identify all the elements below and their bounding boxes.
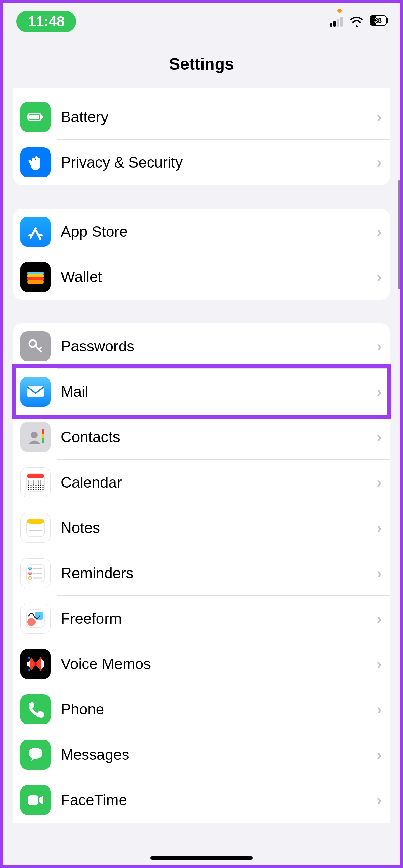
- svg-point-68: [30, 573, 31, 574]
- chevron-right-icon: ›: [377, 429, 382, 446]
- svg-point-53: [35, 489, 36, 490]
- wallet-icon: [20, 262, 51, 292]
- facetime-icon: [20, 785, 51, 815]
- svg-point-41: [40, 484, 41, 486]
- svg-point-71: [30, 577, 31, 578]
- scroll-indicator[interactable]: [398, 180, 400, 289]
- settings-row-unknown-top[interactable]: ›: [13, 88, 390, 94]
- status-right: 38: [330, 15, 387, 28]
- cellular-icon: [330, 16, 344, 27]
- chevron-right-icon: ›: [377, 383, 382, 400]
- chevron-right-icon: ›: [377, 610, 382, 627]
- svg-point-34: [40, 482, 41, 483]
- settings-row-label: Mail: [61, 383, 377, 400]
- chevron-right-icon: ›: [377, 154, 382, 171]
- svg-point-40: [38, 484, 39, 486]
- settings-row-freeform[interactable]: Freeform›: [13, 596, 390, 641]
- page-title: Settings: [169, 55, 234, 73]
- settings-group: ›Battery›Privacy & Security›: [13, 88, 390, 185]
- svg-point-30: [30, 482, 31, 483]
- settings-row-label: Passwords: [61, 338, 377, 355]
- settings-row-label: Wallet: [61, 269, 377, 286]
- svg-point-44: [30, 487, 31, 488]
- svg-point-33: [38, 482, 39, 483]
- svg-point-27: [40, 480, 41, 481]
- svg-point-50: [28, 489, 29, 490]
- svg-point-28: [42, 480, 43, 481]
- settings-row-voicememos[interactable]: Voice Memos›: [13, 641, 390, 686]
- status-time: 11:48: [16, 11, 76, 32]
- svg-point-75: [27, 618, 36, 626]
- settings-row-privacy[interactable]: Privacy & Security›: [13, 140, 390, 185]
- messages-icon: [20, 740, 51, 770]
- settings-row-messages[interactable]: Messages›: [13, 732, 390, 777]
- svg-point-32: [35, 482, 36, 483]
- svg-point-49: [42, 487, 43, 488]
- phone-icon: [20, 694, 51, 724]
- settings-row-label: Notes: [61, 519, 377, 536]
- svg-rect-19: [42, 438, 44, 443]
- svg-point-35: [42, 482, 43, 483]
- chevron-right-icon: ›: [377, 655, 382, 672]
- settings-row-label: Phone: [61, 701, 377, 718]
- svg-point-65: [30, 568, 31, 569]
- settings-row-label: Voice Memos: [61, 655, 377, 672]
- svg-point-22: [28, 480, 29, 481]
- mail-icon: [20, 377, 51, 407]
- settings-row-calendar[interactable]: Calendar›: [13, 460, 390, 505]
- settings-group: App Store›Wallet›: [13, 209, 390, 300]
- svg-point-56: [42, 489, 43, 490]
- svg-point-92: [28, 657, 30, 659]
- settings-row-battery[interactable]: Battery›: [13, 94, 390, 140]
- svg-point-24: [33, 480, 34, 481]
- page-header: Settings: [3, 40, 400, 88]
- svg-rect-0: [330, 23, 332, 27]
- chevron-right-icon: ›: [377, 792, 382, 809]
- chevron-right-icon: ›: [377, 108, 382, 126]
- svg-point-47: [38, 487, 39, 488]
- settings-scroll-area[interactable]: ›Battery›Privacy & Security›App Store›Wa…: [3, 88, 400, 865]
- svg-rect-2: [337, 19, 339, 27]
- settings-row-notes[interactable]: Notes›: [13, 505, 390, 550]
- chevron-right-icon: ›: [377, 223, 382, 240]
- svg-rect-3: [340, 17, 343, 27]
- svg-point-39: [35, 484, 36, 486]
- svg-point-52: [33, 489, 34, 490]
- home-indicator[interactable]: [150, 856, 253, 860]
- settings-row-mail[interactable]: Mail›: [13, 369, 390, 414]
- settings-row-facetime[interactable]: FaceTime›: [13, 777, 390, 823]
- svg-point-57: [33, 484, 34, 486]
- settings-row-contacts[interactable]: Contacts›: [13, 414, 390, 460]
- settings-row-reminders[interactable]: Reminders›: [13, 550, 390, 596]
- svg-rect-7: [42, 116, 43, 118]
- contacts-icon: [20, 422, 51, 452]
- appstore-icon: [20, 217, 51, 247]
- chevron-right-icon: ›: [377, 474, 382, 491]
- settings-row-wallet[interactable]: Wallet›: [13, 254, 390, 300]
- settings-row-phone[interactable]: Phone›: [13, 686, 390, 732]
- settings-row-label: Battery: [61, 108, 377, 126]
- chevron-right-icon: ›: [377, 565, 382, 582]
- status-bar: 11:48 38: [3, 3, 400, 40]
- svg-rect-21: [27, 474, 44, 478]
- svg-rect-12: [27, 280, 44, 284]
- settings-row-app-store[interactable]: App Store›: [13, 209, 390, 254]
- svg-point-25: [35, 480, 36, 481]
- calendar-icon: [20, 467, 51, 497]
- svg-point-37: [30, 484, 31, 486]
- voicememo-icon: [20, 649, 51, 679]
- svg-rect-59: [27, 519, 44, 524]
- settings-row-label: Reminders: [61, 565, 377, 582]
- svg-point-55: [40, 489, 41, 490]
- svg-point-51: [30, 489, 31, 490]
- settings-row-passwords[interactable]: Passwords›: [13, 323, 390, 369]
- settings-row-label: Calendar: [61, 474, 377, 491]
- wifi-icon: [350, 16, 363, 27]
- chevron-right-icon: ›: [377, 269, 382, 286]
- settings-row-label: FaceTime: [61, 792, 377, 809]
- settings-row-label: Privacy & Security: [61, 154, 377, 171]
- svg-rect-17: [42, 429, 44, 434]
- reminders-icon: [20, 558, 51, 588]
- svg-point-48: [40, 487, 41, 488]
- settings-row-label: Messages: [61, 746, 377, 763]
